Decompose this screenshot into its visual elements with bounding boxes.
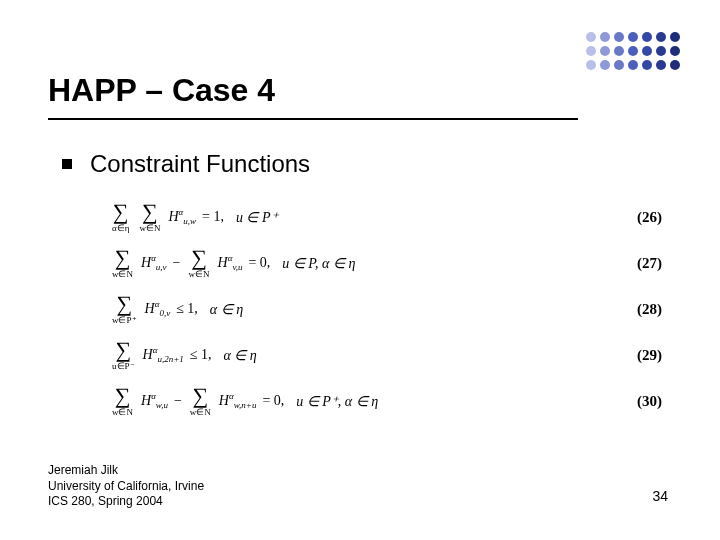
equation-row: ∑u∈P⁻Hαu,2n+1 ≤ 1, α ∈ η(29): [110, 336, 662, 374]
dot-icon: [600, 60, 610, 70]
equation-row: ∑w∈NHαw,u − ∑w∈NHαw,n+u = 0, u ∈ P⁺, α ∈…: [110, 382, 662, 420]
relation-text: = 0,: [262, 393, 284, 409]
equation-body: ∑α∈η∑w∈NHαu,w = 1, u ∈ P⁺: [110, 201, 278, 233]
bullet-icon: [62, 159, 72, 169]
dot-icon: [642, 32, 652, 42]
equation-term: Hα0,v: [145, 299, 171, 318]
dot-icon: [586, 32, 596, 42]
dot-icon: [600, 32, 610, 42]
equation-number: (27): [637, 255, 662, 272]
sigma-icon: ∑w∈N: [139, 201, 160, 233]
sigma-icon: ∑w∈P⁺: [112, 293, 137, 325]
footer: Jeremiah Jilk University of California, …: [48, 463, 204, 510]
dot-column: [670, 32, 680, 70]
dot-icon: [670, 60, 680, 70]
dot-column: [614, 32, 624, 70]
equation-number: (29): [637, 347, 662, 364]
relation-text: = 1,: [202, 209, 224, 225]
dot-icon: [628, 60, 638, 70]
dot-icon: [656, 32, 666, 42]
dot-icon: [656, 60, 666, 70]
dot-column: [586, 32, 596, 70]
relation-text: ≤ 1,: [190, 347, 212, 363]
page-number: 34: [652, 488, 668, 504]
equation-number: (26): [637, 209, 662, 226]
condition-text: α ∈ η: [210, 301, 243, 318]
sigma-icon: ∑w∈N: [112, 247, 133, 279]
equation-term: Hαu,v: [141, 253, 167, 272]
dot-icon: [656, 46, 666, 56]
sigma-icon: ∑α∈η: [112, 201, 129, 233]
equation-row: ∑α∈η∑w∈NHαu,w = 1, u ∈ P⁺(26): [110, 198, 662, 236]
relation-text: = 0,: [248, 255, 270, 271]
dot-column: [628, 32, 638, 70]
condition-text: u ∈ P, α ∈ η: [282, 255, 355, 272]
dot-icon: [628, 32, 638, 42]
dot-column: [656, 32, 666, 70]
equations-block: ∑α∈η∑w∈NHαu,w = 1, u ∈ P⁺(26)∑w∈NHαu,v −…: [110, 198, 662, 428]
equation-number: (30): [637, 393, 662, 410]
dot-icon: [628, 46, 638, 56]
equation-term: Hαv,u: [218, 253, 243, 272]
footer-author: Jeremiah Jilk: [48, 463, 204, 479]
equation-body: ∑w∈NHαw,u − ∑w∈NHαw,n+u = 0, u ∈ P⁺, α ∈…: [110, 385, 378, 417]
sigma-icon: ∑u∈P⁻: [112, 339, 135, 371]
dot-icon: [614, 60, 624, 70]
minus-sign: −: [173, 255, 181, 271]
equation-term: Hαw,n+u: [219, 391, 257, 410]
equation-body: ∑w∈P⁺Hα0,v ≤ 1, α ∈ η: [110, 293, 243, 325]
dot-icon: [614, 32, 624, 42]
condition-text: u ∈ P⁺: [236, 209, 278, 226]
equation-body: ∑u∈P⁻Hαu,2n+1 ≤ 1, α ∈ η: [110, 339, 257, 371]
title-rule: [48, 118, 578, 120]
equation-term: Hαw,u: [141, 391, 168, 410]
footer-affil: University of California, Irvine: [48, 479, 204, 495]
equation-term: Hαu,w: [168, 207, 196, 226]
equation-row: ∑w∈NHαu,v − ∑w∈NHαv,u = 0, u ∈ P, α ∈ η(…: [110, 244, 662, 282]
dot-icon: [670, 32, 680, 42]
subheading-text: Constraint Functions: [90, 150, 310, 178]
equation-number: (28): [637, 301, 662, 318]
page-title: HAPP – Case 4: [48, 72, 275, 109]
slide: HAPP – Case 4 Constraint Functions ∑α∈η∑…: [0, 0, 720, 540]
dot-icon: [586, 60, 596, 70]
dot-icon: [670, 46, 680, 56]
subheading-row: Constraint Functions: [62, 150, 310, 178]
sigma-icon: ∑w∈N: [190, 385, 211, 417]
relation-text: ≤ 1,: [176, 301, 198, 317]
equation-row: ∑w∈P⁺Hα0,v ≤ 1, α ∈ η(28): [110, 290, 662, 328]
dot-column: [642, 32, 652, 70]
dot-icon: [600, 46, 610, 56]
dot-column: [600, 32, 610, 70]
corner-dots: [586, 32, 680, 70]
dot-icon: [614, 46, 624, 56]
footer-course: ICS 280, Spring 2004: [48, 494, 204, 510]
equation-body: ∑w∈NHαu,v − ∑w∈NHαv,u = 0, u ∈ P, α ∈ η: [110, 247, 355, 279]
minus-sign: −: [174, 393, 182, 409]
dot-icon: [642, 60, 652, 70]
dot-icon: [586, 46, 596, 56]
sigma-icon: ∑w∈N: [112, 385, 133, 417]
dot-icon: [642, 46, 652, 56]
sigma-icon: ∑w∈N: [189, 247, 210, 279]
condition-text: u ∈ P⁺, α ∈ η: [296, 393, 378, 410]
condition-text: α ∈ η: [223, 347, 256, 364]
equation-term: Hαu,2n+1: [143, 345, 184, 364]
